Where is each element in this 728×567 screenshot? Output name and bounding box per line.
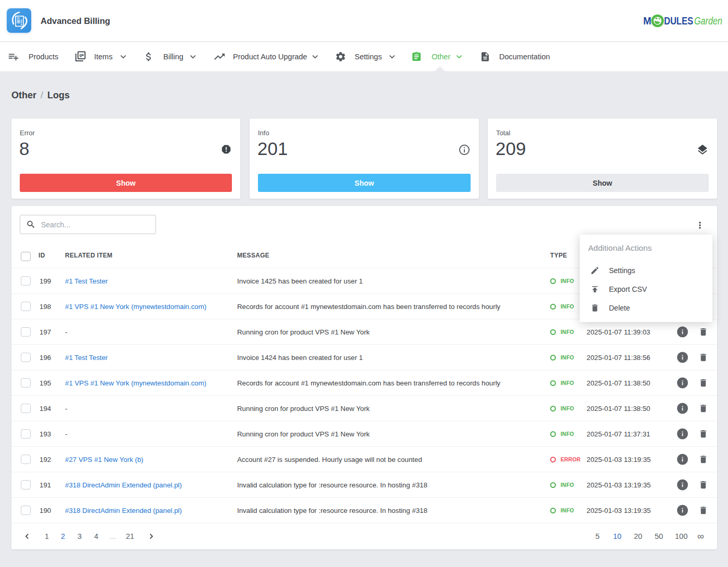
svg-text:M: M — [643, 15, 652, 27]
svg-text:Garden: Garden — [694, 15, 722, 27]
svg-text:DULES: DULES — [664, 15, 693, 27]
svg-text:9: 9 — [80, 53, 82, 58]
